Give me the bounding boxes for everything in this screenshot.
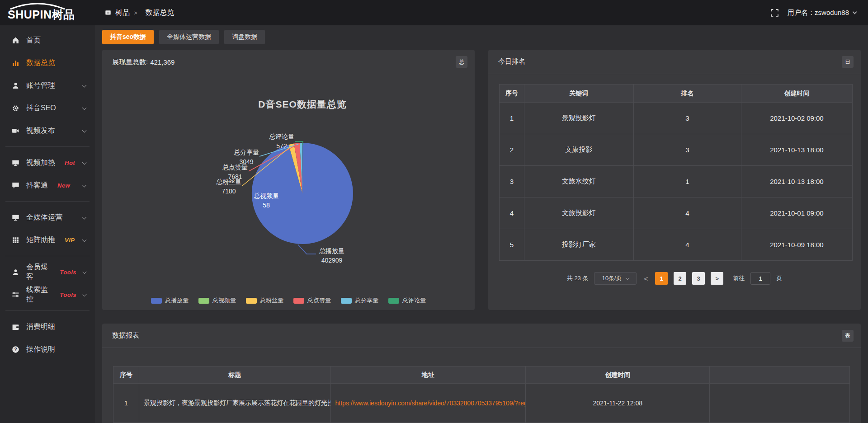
total-impressions-value: 421,369 [150,58,175,66]
cell-keyword: 投影灯厂家 [524,229,633,261]
tab-douyin-seo-data[interactable]: 抖音seo数据 [102,30,154,44]
cell-extra [710,384,850,423]
cell-keyword: 文旅投影灯 [524,197,633,229]
page-button-1[interactable]: 1 [655,272,668,285]
total-impressions-label: 展现量总数: [112,58,148,66]
sidebar-item-account[interactable]: 账号管理 [0,74,95,97]
sidebar-item-video-heat[interactable]: 视频加热 Hot [0,151,95,174]
col-rank: 排名 [633,85,741,103]
legend-item-share[interactable]: 总分享量 [341,296,378,305]
col-created: 创建时间 [526,367,710,384]
sidebar-item-data-overview[interactable]: 数据总览 [0,52,95,74]
ranking-panel-title: 今日排名 [498,57,525,66]
next-page-button[interactable]: > [711,272,723,285]
legend-item-fans[interactable]: 总粉丝量 [246,296,283,305]
sidebar-divider [5,310,90,311]
chat-icon [12,182,19,189]
page-button-2[interactable]: 2 [674,272,686,285]
page-button-3[interactable]: 3 [692,272,705,285]
window-icon [105,9,111,16]
sidebar-item-expense-detail[interactable]: 消费明细 [0,315,95,338]
cell-index: 1 [113,384,139,423]
pie-label-share-name: 总分享量 [234,149,259,156]
cell-keyword: 景观投影灯 [524,103,633,134]
total-view-button[interactable]: 总 [456,56,467,68]
legend-swatch [198,298,209,304]
sidebar-divider [5,201,90,202]
pie-chart: D音SEO数据量总览 总评论量 572 总分享量 3049 总 [102,50,475,292]
table-view-button[interactable]: 表 [842,330,854,342]
col-index: 序号 [500,85,524,103]
table-header-row: 序号 关键词 排名 创建时间 [500,85,853,103]
sidebar-item-help[interactable]: ? 操作说明 [0,338,95,361]
sidebar-item-label: 首页 [26,36,41,45]
report-panel-title: 数据报表 [112,331,139,340]
legend-item-video[interactable]: 总视频量 [198,296,236,305]
tab-media-operation-data[interactable]: 全媒体运营数据 [159,30,219,44]
col-title: 标题 [139,367,331,384]
sidebar-item-leads-monitor[interactable]: 线索监控 Tools [0,283,95,306]
sidebar-item-matrix-boost[interactable]: 矩阵助推 VIP [0,229,95,251]
legend-item-comment[interactable]: 总评论量 [388,296,426,305]
page-size-select[interactable]: 10条/页 [594,272,637,285]
table-row: 3 文旅水纹灯 1 2021-10-13 18:00 [500,166,853,197]
hot-badge: Hot [65,160,75,166]
sidebar-item-douketong[interactable]: 抖客通 New [0,174,95,197]
legend-label: 总分享量 [355,296,378,305]
table-header-row: 序号 标题 地址 创建时间 [113,367,850,384]
pagination-total: 共 23 条 [567,274,589,282]
breadcrumb-item-root[interactable]: 树品 [115,8,130,18]
legend-label: 总播放量 [165,296,189,305]
new-badge: New [57,182,70,189]
col-extra [710,367,850,384]
table-row: 4 文旅投影灯 4 2021-10-01 09:00 [500,197,853,229]
sidebar-item-home[interactable]: 首页 [0,29,95,52]
sidebar-item-member-burst[interactable]: 会员爆客 Tools [0,261,95,283]
chevron-down-icon [626,276,629,279]
overview-panel-header: 展现量总数: 421,369 [102,50,475,74]
cell-keyword: 文旅水纹灯 [524,166,633,197]
sidebar: 首页 数据总览 账号管理 抖音SEO 视频发布 视频加热 Hot 抖客通 New… [0,25,95,423]
video-link[interactable]: https://www.iesdouyin.com/share/video/70… [330,384,526,423]
cell-rank: 4 [633,229,741,261]
pie-label-play-name: 总播放量 [319,247,344,254]
legend-item-like[interactable]: 总点赞量 [293,296,331,305]
legend-label: 总评论量 [402,296,426,305]
sidebar-item-douyin-seo[interactable]: 抖音SEO [0,97,95,119]
legend-item-play[interactable]: 总播放量 [151,296,189,305]
sidebar-item-media-operation[interactable]: 全媒体运营 [0,206,95,229]
pie-label-fans-name: 总粉丝量 [216,178,241,185]
pie-chart-title: D音SEO数据量总览 [258,99,347,109]
chevron-down-icon [82,105,87,110]
table-row: 1 景观投影灯 3 2021-10-02 09:00 [500,103,853,134]
goto-page-input[interactable]: 1 [750,272,770,285]
vip-badge: VIP [65,237,75,244]
cell-index: 4 [500,197,524,229]
monitor-icon [12,159,19,167]
sidebar-item-video-publish[interactable]: 视频发布 [0,119,95,142]
cell-created: 2021-10-13 18:00 [741,134,852,166]
daily-view-button[interactable]: 日 [842,56,854,68]
sidebar-item-label: 数据总览 [26,58,55,68]
tab-inquiry-data[interactable]: 询盘数据 [224,30,265,44]
brand-logo-text: SHUPIN树品 [8,8,75,21]
cell-created: 2021-11-22 12:08 [526,384,710,423]
cell-title: 景观投影灯，夜游景观投影灯厂家展示展示落花灯在花园里的灯光投影应用效果 # [139,384,331,423]
breadcrumb-item-current[interactable]: 数据总览 [146,8,175,18]
user-menu[interactable]: 用户名：zswodun88 [788,9,856,17]
report-panel: 数据报表 表 序号 标题 地址 创建时间 1 景观投影灯，夜游景观投影灯厂家展示… [102,324,861,423]
col-created: 创建时间 [741,85,852,103]
prev-page-button[interactable]: < [642,275,649,282]
cell-rank: 4 [633,197,741,229]
chevron-down-icon [82,269,86,273]
chevron-down-icon [853,9,857,14]
tools-badge: Tools [60,269,76,276]
user-icon [12,82,19,89]
fullscreen-icon[interactable] [771,9,778,17]
chart-legend: 总播放量 总视频量 总粉丝量 总点赞量 总分享量 [102,296,475,305]
member-icon [12,268,19,276]
chevron-down-icon [82,83,87,87]
label-line-play [298,244,316,254]
legend-swatch [246,298,257,304]
chevron-down-icon [82,215,87,219]
